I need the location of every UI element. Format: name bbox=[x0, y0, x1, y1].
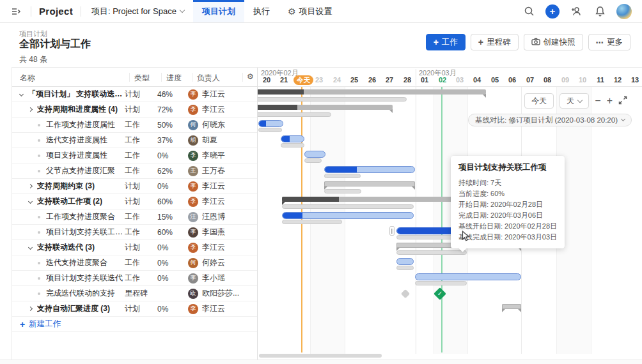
milestone-icon[interactable] bbox=[401, 289, 410, 298]
task-bar[interactable] bbox=[324, 166, 415, 173]
zoom-in-button[interactable]: + bbox=[607, 96, 613, 106]
table-row[interactable]: 项目支持进度属性工作0%李李晓平 bbox=[12, 148, 257, 163]
baseline-bar bbox=[282, 220, 342, 224]
task-bar[interactable] bbox=[415, 273, 521, 280]
jump-today-button[interactable]: 今天 bbox=[524, 93, 554, 109]
baseline-bar bbox=[257, 112, 331, 117]
table-row[interactable]: 支持联动工作项 (2)计划60%李李江云 bbox=[12, 194, 257, 209]
zoom-out-button[interactable]: − bbox=[595, 96, 600, 106]
column-settings-gear-icon[interactable]: ⚙ bbox=[247, 72, 254, 81]
day-label: 24 bbox=[328, 76, 346, 84]
create-snapshot-button[interactable]: 创建快照 bbox=[524, 34, 583, 50]
owner-name: 李国燕 bbox=[202, 227, 225, 238]
table-row[interactable]: 「项目计划」 支持联动迭代和... (5)计划46%李李江云 bbox=[12, 87, 257, 102]
baseline-bar bbox=[281, 143, 304, 148]
user-avatar[interactable] bbox=[616, 4, 632, 19]
task-name[interactable]: 项目支持进度属性 bbox=[46, 150, 107, 161]
owner-avatar: 欧 bbox=[188, 289, 198, 299]
project-select[interactable]: 项目: Project for Space bbox=[89, 6, 187, 17]
task-name[interactable]: 支持周期约束 (3) bbox=[37, 181, 95, 192]
table-row[interactable]: 支持周期约束 (3)计划0%李李江云 bbox=[12, 179, 257, 194]
table-row[interactable]: 支持自动汇聚进度 (3)计划0%李李江云 bbox=[12, 301, 257, 317]
search-icon[interactable] bbox=[522, 4, 536, 19]
task-progress: 60% bbox=[157, 197, 188, 206]
expand-caret-icon[interactable] bbox=[28, 184, 33, 188]
add-work-button[interactable]: + 工作 bbox=[426, 34, 466, 50]
owner-name: 李晓平 bbox=[202, 150, 225, 161]
tooltip-end-date: 完成日期: 2020年03月06日 bbox=[458, 210, 557, 221]
task-name[interactable]: 父节点支持进度汇聚 bbox=[46, 165, 115, 176]
task-name[interactable]: 「项目计划」 支持联动迭代和... (5) bbox=[28, 89, 125, 100]
task-name[interactable]: 支持周期和进度属性 (4) bbox=[37, 104, 118, 115]
time-scale-select[interactable]: 天 bbox=[560, 93, 589, 109]
task-name[interactable]: 项目计划支持关联工作项 bbox=[46, 227, 125, 238]
task-name[interactable]: 支持联动工作项 (2) bbox=[37, 196, 102, 207]
tab-project-plan[interactable]: 项目计划 bbox=[193, 0, 244, 22]
fullscreen-icon[interactable] bbox=[618, 96, 627, 107]
gear-icon: ⚙ bbox=[288, 6, 296, 17]
timeline-header: 2020年02月 2020年03月 2021今天2324252627280102… bbox=[258, 68, 642, 87]
owner-avatar: 李 bbox=[188, 273, 198, 284]
task-bar[interactable] bbox=[258, 120, 283, 127]
task-name[interactable]: 完成迭代联动的支持 bbox=[46, 288, 115, 299]
leaf-dot-icon bbox=[38, 277, 40, 280]
add-milestone-button[interactable]: + 里程碑 bbox=[471, 34, 519, 50]
tab-execute[interactable]: 执行 bbox=[244, 0, 279, 22]
more-button[interactable]: ⋯ 更多 bbox=[588, 34, 631, 50]
summary-bar[interactable] bbox=[257, 105, 393, 110]
expand-caret-icon[interactable] bbox=[28, 307, 33, 311]
task-type: 工作 bbox=[125, 165, 157, 176]
table-row[interactable]: 工作项支持进度属性工作50%何何晓东 bbox=[12, 118, 257, 133]
expand-caret-icon[interactable] bbox=[28, 199, 33, 204]
tab-project-settings[interactable]: ⚙ 项目设置 bbox=[279, 0, 341, 22]
milestone-done-icon[interactable]: ✓ bbox=[434, 287, 446, 300]
table-row[interactable]: 工作项支持进度聚合工作15%汪汪恩博 bbox=[12, 209, 257, 225]
table-row[interactable]: 完成迭代联动的支持里程碑欧欧阳莎莎... bbox=[12, 286, 257, 301]
plus-icon: + bbox=[434, 37, 439, 47]
baseline-bar bbox=[324, 174, 361, 178]
table-row[interactable]: 支持周期和进度属性 (4)计划72%李李江云 bbox=[12, 102, 257, 118]
expand-caret-icon[interactable] bbox=[28, 107, 33, 112]
task-bar[interactable] bbox=[396, 258, 414, 265]
expand-caret-icon[interactable] bbox=[19, 92, 24, 96]
create-plus-icon[interactable]: + bbox=[545, 4, 560, 19]
task-bar[interactable] bbox=[282, 212, 414, 219]
expand-caret-icon[interactable] bbox=[28, 245, 33, 250]
owner-name: 李江云 bbox=[202, 181, 225, 192]
task-name[interactable]: 支持联动迭代 (3) bbox=[37, 242, 95, 253]
summary-bar[interactable] bbox=[502, 304, 521, 309]
notification-bell-icon[interactable] bbox=[593, 4, 607, 19]
task-bar[interactable] bbox=[281, 135, 304, 142]
table-row[interactable]: 迭代支持进度聚合工作0%何何婷云 bbox=[12, 255, 257, 271]
horizontal-scrollbar[interactable] bbox=[259, 354, 382, 358]
table-row[interactable]: 支持联动迭代 (3)计划0%李李江云 bbox=[12, 240, 257, 255]
invite-member-icon[interactable] bbox=[569, 4, 583, 19]
table-row[interactable]: 项目计划支持关联迭代工作0%李李小瑶 bbox=[12, 271, 257, 286]
task-name[interactable]: 支持自动汇聚进度 (3) bbox=[37, 303, 110, 314]
new-work-button[interactable]: + 新建工作 bbox=[12, 317, 257, 332]
task-name[interactable]: 工作项支持进度聚合 bbox=[46, 211, 115, 222]
table-row[interactable]: 迭代支持进度属性工作37%胡胡夏 bbox=[12, 133, 257, 148]
resize-handle-left[interactable] bbox=[389, 226, 395, 236]
leaf-dot-icon bbox=[38, 124, 40, 126]
task-name[interactable]: 迭代支持进度聚合 bbox=[46, 257, 107, 268]
collapse-sidebar-icon[interactable] bbox=[9, 4, 23, 19]
baseline-compare-select[interactable]: 基线对比: 修订项目计划 (2020-03-08 20:20) bbox=[468, 114, 632, 126]
table-row[interactable]: 父节点支持进度汇聚工作62%王王万春 bbox=[12, 163, 257, 179]
task-name[interactable]: 工作项支持进度属性 bbox=[46, 119, 115, 130]
task-bar[interactable] bbox=[304, 151, 325, 158]
owner-avatar: 胡 bbox=[188, 135, 198, 146]
task-name[interactable]: 项目计划支持关联迭代 bbox=[46, 273, 123, 284]
owner-name: 李小瑶 bbox=[202, 273, 225, 284]
tooltip-start-date: 开始日期: 2020年02月28日 bbox=[458, 199, 557, 210]
summary-bar[interactable] bbox=[282, 197, 460, 202]
task-name[interactable]: 迭代支持进度属性 bbox=[46, 135, 107, 146]
owner-name: 李江云 bbox=[202, 303, 225, 314]
plan-workspace: 名称 类型 进度 负责人 ⚙ 「项目计划」 支持联动迭代和... (5)计划46… bbox=[12, 67, 642, 360]
summary-bar[interactable] bbox=[324, 181, 415, 186]
table-row[interactable]: 项目计划支持关联工作项工作60%李李国燕 bbox=[12, 225, 257, 240]
owner-avatar: 何 bbox=[188, 258, 198, 268]
summary-bar[interactable] bbox=[257, 89, 486, 95]
task-type: 计划 bbox=[125, 89, 157, 100]
column-type: 类型 bbox=[134, 73, 150, 84]
